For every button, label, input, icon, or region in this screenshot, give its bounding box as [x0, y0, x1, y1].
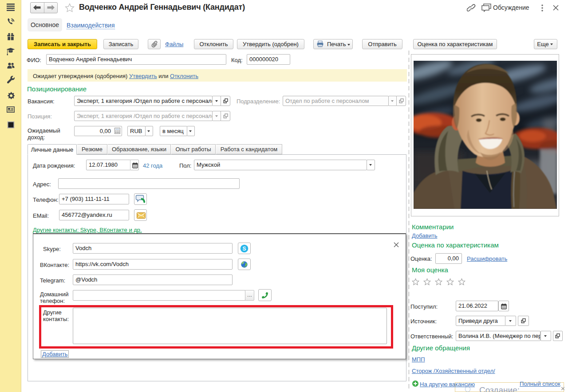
svg-text:S: S — [242, 246, 246, 252]
